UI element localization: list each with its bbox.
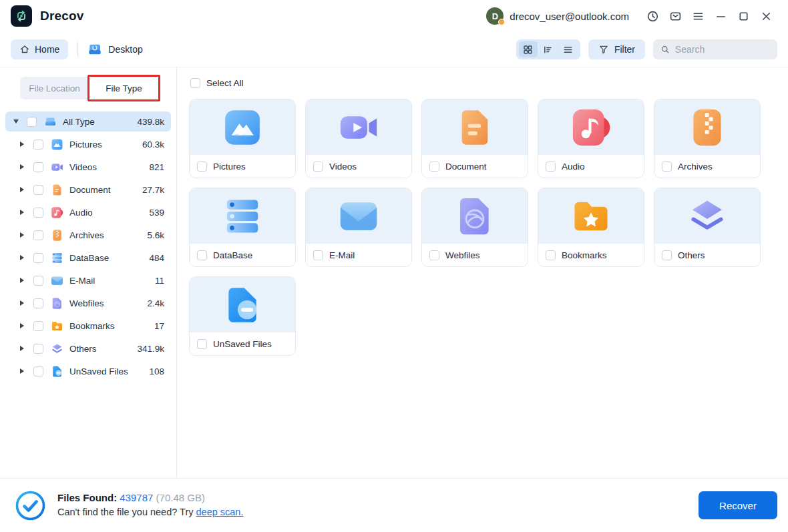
- expand-caret-icon[interactable]: [20, 298, 30, 308]
- sidebar-item-all-type[interactable]: All Type439.8k: [5, 111, 171, 131]
- files-found-label: Files Found:: [57, 492, 117, 503]
- filter-button[interactable]: Filter: [588, 39, 645, 59]
- view-grid-button[interactable]: [519, 41, 538, 57]
- checkbox[interactable]: [429, 250, 439, 260]
- checkbox[interactable]: [33, 162, 43, 172]
- checkbox[interactable]: [546, 250, 556, 260]
- sidebar-item-archives[interactable]: Archives5.6k: [5, 224, 171, 246]
- deep-scan-link[interactable]: deep scan.: [196, 507, 244, 517]
- filetype-card-audio[interactable]: Audio: [538, 99, 644, 178]
- checkbox[interactable]: [33, 230, 43, 240]
- expand-caret-icon[interactable]: [20, 366, 30, 376]
- sidebar: File Location File Type All Type439.8kPi…: [0, 67, 177, 478]
- search-box[interactable]: [653, 39, 777, 59]
- checkbox[interactable]: [33, 140, 43, 150]
- close-button[interactable]: [755, 6, 777, 26]
- sidebar-item-webfiles[interactable]: Webfiles2.4k: [5, 292, 171, 314]
- maximize-button[interactable]: [732, 6, 755, 26]
- expand-caret-icon[interactable]: [20, 344, 30, 353]
- tab-file-type[interactable]: File Type: [87, 75, 160, 101]
- view-sort-button[interactable]: [539, 41, 558, 57]
- checkbox[interactable]: [662, 162, 672, 172]
- select-all[interactable]: Select All: [190, 78, 777, 88]
- filetype-card-others[interactable]: Others: [654, 188, 761, 267]
- archives-icon: [51, 229, 63, 242]
- tab-file-location[interactable]: File Location: [20, 77, 89, 99]
- item-label: Others: [69, 344, 97, 354]
- item-label: DataBase: [69, 253, 109, 263]
- checkbox[interactable]: [33, 344, 43, 354]
- expand-caret-icon[interactable]: [20, 276, 30, 285]
- search-input[interactable]: [675, 44, 770, 55]
- home-button[interactable]: Home: [11, 39, 68, 59]
- email-icon: [306, 188, 411, 244]
- filetype-card-bookmarks[interactable]: Bookmarks: [538, 188, 644, 267]
- checkbox[interactable]: [197, 339, 207, 349]
- filetype-card-document[interactable]: Document: [421, 99, 528, 178]
- status-bar: Files Found: 439787 (70.48 GB) Can't fin…: [0, 478, 788, 532]
- filetype-card-pictures[interactable]: Pictures: [189, 99, 296, 178]
- checkbox[interactable]: [33, 366, 43, 376]
- sidebar-item-videos[interactable]: Videos821: [5, 156, 171, 178]
- checkbox[interactable]: [313, 162, 323, 172]
- unsaved-files-icon: [190, 277, 295, 332]
- videos-icon: [306, 99, 411, 155]
- expand-caret-icon[interactable]: [20, 208, 30, 217]
- item-count: 11: [155, 276, 164, 286]
- checkbox[interactable]: [546, 162, 556, 172]
- sidebar-item-pictures[interactable]: Pictures60.3k: [5, 133, 171, 156]
- user-avatar[interactable]: D: [486, 7, 504, 25]
- inbox-icon[interactable]: [664, 6, 686, 26]
- history-icon[interactable]: [641, 6, 664, 26]
- select-all-checkbox[interactable]: [190, 78, 200, 88]
- expand-caret-icon[interactable]: [20, 253, 30, 262]
- checkbox[interactable]: [197, 250, 207, 260]
- checkbox[interactable]: [33, 321, 43, 331]
- sidebar-item-others[interactable]: Others341.9k: [5, 337, 171, 360]
- expand-caret-icon[interactable]: [20, 162, 30, 172]
- expand-caret-icon[interactable]: [20, 185, 30, 194]
- expand-caret-icon[interactable]: [20, 140, 30, 149]
- card-label: Bookmarks: [562, 250, 607, 260]
- filetype-card-database[interactable]: DataBase: [189, 188, 296, 267]
- checkbox[interactable]: [27, 117, 37, 127]
- checkbox[interactable]: [313, 250, 323, 260]
- sidebar-item-e-mail[interactable]: E-Mail11: [5, 269, 171, 292]
- card-footer: Webfiles: [422, 244, 528, 267]
- files-found-count: 439787: [120, 492, 153, 503]
- breadcrumb-desktop[interactable]: Desktop: [87, 42, 142, 57]
- checkbox[interactable]: [662, 250, 672, 260]
- audio-icon: [538, 99, 644, 155]
- filetype-card-archives[interactable]: Archives: [654, 99, 761, 178]
- account-email[interactable]: drecov_user@outlook.com: [510, 11, 629, 22]
- filetype-card-unsaved-files[interactable]: UnSaved Files: [189, 276, 296, 356]
- sidebar-item-audio[interactable]: Audio539: [5, 201, 171, 224]
- item-label: Audio: [69, 208, 93, 218]
- filetype-card-videos[interactable]: Videos: [305, 99, 412, 178]
- expand-caret-icon[interactable]: [20, 321, 30, 330]
- checkbox[interactable]: [33, 253, 43, 263]
- checkbox[interactable]: [33, 208, 43, 218]
- checkbox[interactable]: [429, 162, 439, 172]
- checkbox[interactable]: [197, 162, 207, 172]
- sidebar-item-unsaved-files[interactable]: UnSaved Files108: [5, 360, 171, 382]
- card-label: Videos: [329, 162, 357, 172]
- minimize-button[interactable]: [709, 6, 732, 26]
- recover-button[interactable]: Recover: [699, 491, 777, 519]
- item-count: 439.8k: [137, 117, 164, 127]
- view-list-button[interactable]: [559, 41, 578, 57]
- checkbox[interactable]: [33, 298, 43, 308]
- videos-icon: [51, 161, 63, 174]
- sidebar-item-bookmarks[interactable]: Bookmarks17: [5, 314, 171, 337]
- scan-complete-icon: [15, 490, 46, 521]
- filetype-card-e-mail[interactable]: E-Mail: [305, 188, 412, 267]
- filetype-card-webfiles[interactable]: Webfiles: [421, 188, 528, 267]
- expand-caret-icon[interactable]: [20, 230, 30, 240]
- collapse-caret-icon[interactable]: [13, 117, 23, 126]
- sidebar-item-document[interactable]: Document27.7k: [5, 178, 171, 201]
- file-type-grid: PicturesVideosDocumentAudioArchivesDataB…: [189, 99, 777, 356]
- checkbox[interactable]: [33, 185, 43, 195]
- checkbox[interactable]: [33, 276, 43, 286]
- sidebar-item-database[interactable]: DataBase484: [5, 246, 171, 269]
- menu-icon[interactable]: [686, 6, 709, 26]
